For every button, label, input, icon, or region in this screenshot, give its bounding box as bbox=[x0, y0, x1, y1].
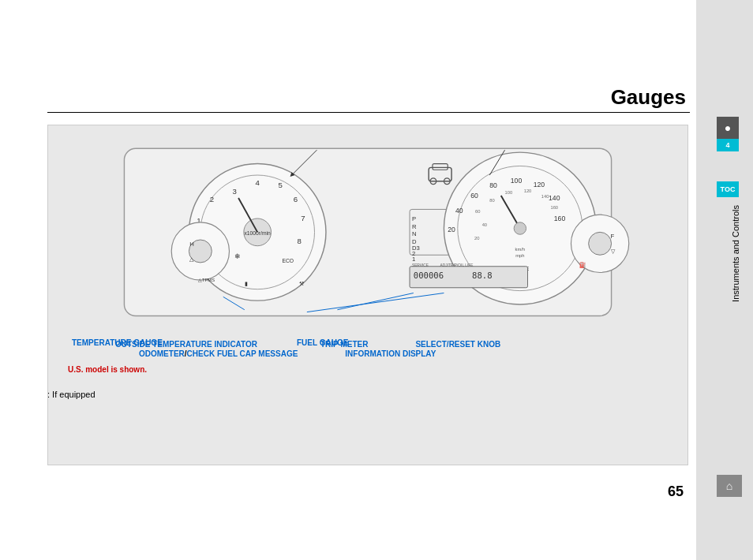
svg-text:R: R bbox=[412, 223, 417, 230]
svg-text:120: 120 bbox=[524, 189, 532, 193]
svg-text:▮: ▮ bbox=[245, 281, 248, 286]
svg-text:40: 40 bbox=[455, 207, 463, 215]
section-label: Instruments and Controls bbox=[731, 205, 747, 302]
svg-text:80: 80 bbox=[489, 181, 497, 189]
svg-text:4: 4 bbox=[255, 178, 260, 187]
svg-text:mph: mph bbox=[515, 253, 524, 258]
svg-text:20: 20 bbox=[474, 236, 479, 241]
svg-text:❄: ❄ bbox=[234, 252, 241, 260]
toc-button[interactable]: TOC bbox=[717, 181, 739, 197]
svg-text:100: 100 bbox=[511, 177, 523, 185]
svg-text:⛽: ⛽ bbox=[579, 261, 586, 268]
svg-text:△TPMS: △TPMS bbox=[198, 278, 215, 282]
svg-text:160: 160 bbox=[550, 205, 558, 210]
svg-text:100: 100 bbox=[505, 190, 513, 195]
label-odometer: ODOMETER bbox=[139, 349, 185, 358]
label-info-display: INFORMATION DISPLAY bbox=[345, 349, 436, 358]
svg-text:SERVICE: SERVICE bbox=[412, 263, 429, 267]
us-model-note: U.S. model is shown. bbox=[68, 365, 147, 374]
svg-text:2: 2 bbox=[210, 195, 214, 203]
svg-text:20: 20 bbox=[448, 226, 455, 233]
svg-text:6: 6 bbox=[294, 195, 298, 203]
svg-text:40: 40 bbox=[482, 222, 487, 227]
svg-text:P: P bbox=[412, 215, 416, 222]
if-equipped-note: : If equipped bbox=[47, 390, 96, 399]
svg-text:⚒: ⚒ bbox=[299, 281, 304, 286]
svg-text:60: 60 bbox=[475, 209, 480, 214]
svg-text:000006: 000006 bbox=[414, 271, 444, 280]
svg-text:80: 80 bbox=[489, 198, 494, 203]
chapter-number-badge[interactable]: 4 bbox=[717, 139, 739, 151]
footnote-area: : If equipped bbox=[47, 386, 96, 401]
svg-text:N: N bbox=[412, 230, 417, 237]
svg-text:140: 140 bbox=[541, 194, 549, 199]
svg-point-51 bbox=[514, 222, 526, 234]
home-button[interactable]: ⌂ bbox=[717, 475, 742, 497]
label-fuel-gauge: FUEL GAUGE bbox=[297, 338, 348, 347]
title-underline bbox=[47, 112, 690, 113]
svg-text:F: F bbox=[611, 233, 615, 240]
svg-text:ADJ/TRIP/OIL LIFE: ADJ/TRIP/OIL LIFE bbox=[440, 263, 474, 267]
sidebar: ● 4 TOC Instruments and Controls ⌂ bbox=[696, 0, 753, 560]
svg-text:8: 8 bbox=[298, 237, 302, 245]
svg-text:60: 60 bbox=[470, 192, 478, 200]
diagram-container: x1000r/min 3 4 5 6 7 8 2 1 0 ECO H △ △TP… bbox=[47, 125, 688, 465]
dashboard-illustration: x1000r/min 3 4 5 6 7 8 2 1 0 ECO H △ △TP… bbox=[56, 133, 680, 346]
person-icon[interactable]: ● bbox=[717, 117, 739, 139]
svg-text:1: 1 bbox=[412, 256, 415, 263]
svg-text:H: H bbox=[189, 241, 194, 248]
svg-text:88.8: 88.8 bbox=[472, 271, 493, 280]
svg-text:ECO: ECO bbox=[282, 258, 294, 263]
label-temperature-gauge: TEMPERATURE GAUGE bbox=[72, 338, 163, 347]
svg-text:km/h: km/h bbox=[515, 247, 526, 252]
page-number: 65 bbox=[668, 483, 684, 500]
svg-text:160: 160 bbox=[554, 215, 566, 222]
svg-text:7: 7 bbox=[301, 214, 305, 222]
svg-text:3: 3 bbox=[233, 187, 237, 196]
label-check-fuel-cap: CHECK FUEL CAP MESSAGE bbox=[187, 349, 298, 358]
svg-point-54 bbox=[589, 232, 612, 255]
svg-text:140: 140 bbox=[549, 194, 560, 202]
svg-text:120: 120 bbox=[534, 181, 545, 189]
svg-text:5: 5 bbox=[278, 181, 282, 189]
label-select-reset: SELECT/RESET KNOB bbox=[415, 340, 500, 349]
page-title: Gauges bbox=[611, 85, 686, 110]
